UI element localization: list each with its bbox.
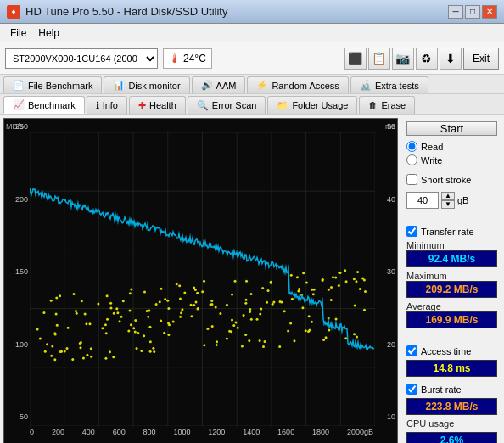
error-scan-icon: 🔍 bbox=[197, 100, 209, 111]
access-burst-section: Access time 14.8 ms Burst rate 223.8 MB/… bbox=[406, 342, 497, 443]
cpu-label: CPU usage bbox=[406, 418, 497, 429]
window-title: HD Tune Pro 5.50 - Hard Disk/SSD Utility bbox=[25, 5, 227, 18]
random-access-icon: ⚡ bbox=[256, 80, 268, 91]
short-stroke-checkbox[interactable] bbox=[406, 174, 417, 185]
minimum-value: 92.4 MB/s bbox=[406, 250, 497, 267]
average-value: 169.9 MB/s bbox=[406, 311, 497, 328]
close-button[interactable]: ✕ bbox=[482, 5, 497, 19]
exit-button[interactable]: Exit bbox=[463, 48, 499, 70]
tab-aam[interactable]: 🔊 AAM bbox=[192, 76, 246, 93]
chart-area: MB/s ms 250 200 150 100 50 50 40 30 20 1… bbox=[3, 118, 398, 443]
stroke-row: 40 ▲ ▼ gB bbox=[406, 192, 497, 209]
chart-y-axis-right: 50 40 30 20 10 bbox=[373, 119, 397, 424]
maximum-label: Maximum bbox=[406, 271, 497, 281]
tab-info[interactable]: ℹ Info bbox=[87, 96, 127, 114]
menu-help[interactable]: Help bbox=[33, 26, 64, 40]
info-icon: ℹ bbox=[96, 100, 99, 111]
cpu-value: 2.6% bbox=[406, 432, 497, 443]
read-option[interactable]: Read bbox=[406, 141, 497, 152]
window-controls: ─ □ ✕ bbox=[448, 5, 497, 19]
access-time-option[interactable]: Access time bbox=[406, 345, 497, 356]
write-radio[interactable] bbox=[406, 154, 417, 165]
title-bar: ♦ HD Tune Pro 5.50 - Hard Disk/SSD Utili… bbox=[0, 0, 504, 24]
file-benchmark-icon: 📄 bbox=[13, 80, 25, 91]
stroke-value-input[interactable]: 40 bbox=[406, 192, 439, 209]
burst-rate-option[interactable]: Burst rate bbox=[406, 384, 497, 395]
minimize-button[interactable]: ─ bbox=[448, 5, 463, 19]
extra-tests-icon: 🔬 bbox=[360, 80, 372, 91]
stroke-spinner: ▲ ▼ bbox=[441, 192, 455, 209]
chart-x-axis: 0 200 400 600 800 1000 1200 1400 1600 18… bbox=[30, 424, 373, 443]
tab-extra-tests[interactable]: 🔬 Extra tests bbox=[350, 76, 428, 93]
write-option[interactable]: Write bbox=[406, 154, 497, 165]
read-write-options: Read Write bbox=[406, 141, 497, 165]
average-stat: Average 169.9 MB/s bbox=[406, 301, 497, 328]
temperature-display: 🌡 24°C bbox=[163, 48, 212, 69]
benchmark-icon: 📈 bbox=[13, 99, 25, 110]
erase-icon: 🗑 bbox=[368, 100, 378, 110]
chart-y-axis-left: 250 200 150 100 50 bbox=[4, 119, 30, 424]
transfer-rate-section: Transfer rate Minimum 92.4 MB/s Maximum … bbox=[406, 222, 497, 328]
toolbar: ST2000VX000-1CU164 (2000 gB) 🌡 24°C ⬛ 📋 … bbox=[0, 42, 504, 75]
burst-rate-checkbox[interactable] bbox=[406, 384, 417, 395]
toolbar-btn-2[interactable]: 📋 bbox=[368, 48, 390, 70]
toolbar-btn-4[interactable]: ♻ bbox=[416, 48, 438, 70]
short-stroke-option[interactable]: Short stroke bbox=[406, 174, 497, 185]
toolbar-btn-3[interactable]: 📷 bbox=[392, 48, 414, 70]
toolbar-btn-1[interactable]: ⬛ bbox=[344, 48, 367, 70]
toolbar-btn-5[interactable]: ⬇ bbox=[440, 48, 462, 70]
right-panel: Start Read Write Short stroke 40 ▲ ▼ gB bbox=[403, 118, 501, 443]
gB-label: gB bbox=[457, 195, 468, 205]
average-label: Average bbox=[406, 301, 497, 311]
health-icon: ✚ bbox=[138, 100, 146, 111]
tab-error-scan[interactable]: 🔍 Error Scan bbox=[188, 96, 266, 114]
transfer-rate-option[interactable]: Transfer rate bbox=[406, 226, 497, 237]
tabs-row2: 📈 Benchmark ℹ Info ✚ Health 🔍 Error Scan… bbox=[0, 94, 504, 115]
thermometer-icon: 🌡 bbox=[169, 52, 181, 65]
tab-benchmark[interactable]: 📈 Benchmark bbox=[3, 96, 85, 114]
drive-select[interactable]: ST2000VX000-1CU164 (2000 gB) bbox=[5, 48, 158, 69]
temperature-value: 24°C bbox=[183, 53, 206, 64]
maximize-button[interactable]: □ bbox=[465, 5, 480, 19]
access-time-checkbox[interactable] bbox=[406, 345, 417, 356]
tab-erase[interactable]: 🗑 Erase bbox=[359, 96, 415, 114]
app-icon: ♦ bbox=[7, 5, 20, 19]
maximum-value: 209.2 MB/s bbox=[406, 281, 497, 298]
read-radio[interactable] bbox=[406, 141, 417, 152]
tab-folder-usage[interactable]: 📁 Folder Usage bbox=[267, 96, 357, 114]
tab-health[interactable]: ✚ Health bbox=[129, 96, 186, 114]
burst-rate-value: 223.8 MB/s bbox=[406, 398, 497, 415]
tab-file-benchmark[interactable]: 📄 File Benchmark bbox=[3, 76, 102, 93]
tabs-row1: 📄 File Benchmark 📊 Disk monitor 🔊 AAM ⚡ … bbox=[0, 75, 504, 94]
stroke-down-button[interactable]: ▼ bbox=[441, 200, 455, 209]
minimum-label: Minimum bbox=[406, 240, 497, 250]
benchmark-chart bbox=[30, 132, 375, 426]
folder-usage-icon: 📁 bbox=[277, 100, 288, 111]
menu-bar: File Help bbox=[0, 24, 504, 42]
tab-disk-monitor[interactable]: 📊 Disk monitor bbox=[104, 76, 189, 93]
access-time-value: 14.8 ms bbox=[406, 360, 497, 377]
toolbar-icon-buttons: ⬛ 📋 📷 ♻ ⬇ Exit bbox=[344, 48, 499, 70]
start-button[interactable]: Start bbox=[406, 121, 497, 136]
minimum-stat: Minimum 92.4 MB/s bbox=[406, 240, 497, 267]
tab-random-access[interactable]: ⚡ Random Access bbox=[247, 76, 348, 93]
menu-file[interactable]: File bbox=[5, 26, 31, 40]
main-area: MB/s ms 250 200 150 100 50 50 40 30 20 1… bbox=[0, 115, 504, 443]
stroke-up-button[interactable]: ▲ bbox=[441, 192, 455, 200]
disk-monitor-icon: 📊 bbox=[113, 80, 125, 91]
maximum-stat: Maximum 209.2 MB/s bbox=[406, 271, 497, 298]
aam-icon: 🔊 bbox=[201, 80, 213, 91]
transfer-rate-checkbox[interactable] bbox=[406, 226, 417, 237]
